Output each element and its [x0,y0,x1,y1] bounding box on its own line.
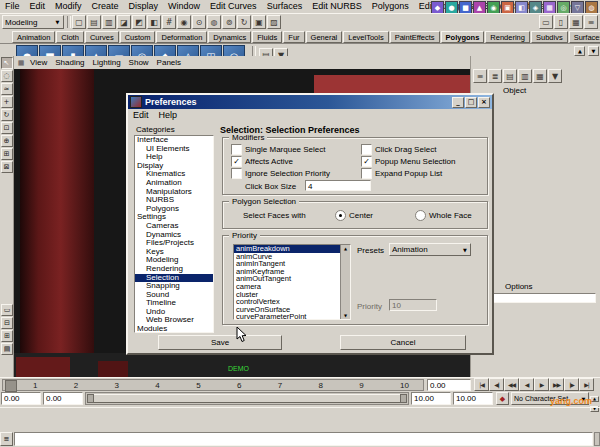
ignore-selection-priority-checkbox[interactable] [231,168,242,179]
layout-single-icon[interactable]: ▭ [1,304,13,316]
layout-two-pane-icon[interactable]: ⊟ [1,317,13,329]
select-hierarchy-icon[interactable]: ◪ [117,15,131,29]
dialog-titlebar[interactable]: Preferences _ □ × [128,95,492,109]
range-start-handle[interactable] [87,394,94,403]
panel-menu-item[interactable]: Show [125,56,153,69]
menu-item[interactable]: Modify [50,0,87,13]
shelf-tab[interactable]: Custom [120,31,156,43]
shelf-tab[interactable]: LevelTools [343,31,388,43]
channels-menu-icon[interactable]: ≡ [473,69,487,83]
shelf-tab[interactable]: Curves [85,31,119,43]
play-backward-button[interactable]: ◀ [519,378,534,391]
playback-end-field[interactable]: 10.00 [411,392,451,405]
shelf-tab[interactable]: Subdivs [531,31,568,43]
save-button[interactable]: Save [158,335,282,350]
layout-outliner-icon[interactable]: ▤ [1,343,13,355]
show-grid-icon[interactable]: ▦ [569,15,583,29]
menu-item[interactable]: Edit NURBS [307,0,367,13]
collapse-panel-icon[interactable]: ▼ [548,69,562,83]
menu-item[interactable]: Display [124,0,164,13]
affects-active-checkbox[interactable] [231,156,242,167]
single-marquee-select-checkbox[interactable] [231,144,242,155]
time-slider-track[interactable]: 12345678910 [2,379,424,391]
presets-dropdown[interactable]: Animation ▼ [389,243,471,256]
command-line-resize-handle[interactable] [594,432,600,446]
menu-item[interactable]: Polygons [367,0,414,13]
shelf-tab[interactable]: Deformation [156,31,207,43]
go-to-start-button[interactable]: |◀ [474,378,489,391]
scroll-up-icon[interactable]: ▲ [344,245,347,252]
select-component-icon[interactable]: ◧ [147,15,161,29]
shelf-tab[interactable]: Dynamics [208,31,251,43]
layers-icon[interactable]: ≣ [488,69,502,83]
input-box-icon[interactable]: ▥ [518,69,532,83]
panel-menu-item[interactable]: Panels [153,56,185,69]
auto-key-icon[interactable]: ◆ [496,392,509,405]
playback-start-field[interactable]: 0.00 [43,392,83,405]
shelf-tab[interactable]: Surfaces [569,31,600,43]
menu-item[interactable]: Edit Curves [205,0,262,13]
categories-list[interactable]: InterfaceUI ElementsHelpDisplayKinematic… [134,135,214,333]
shelf-tab[interactable]: General [306,31,343,43]
panel-menu-item[interactable]: View [26,56,51,69]
grid-list-icon[interactable]: ▦ [533,69,547,83]
command-line-toggle-icon[interactable]: ≡ [0,432,13,446]
range-slider[interactable] [85,392,409,405]
play-forward-button[interactable]: ▶ [534,378,549,391]
menu-item[interactable]: Window [163,0,205,13]
command-line-input[interactable] [14,432,593,446]
dialog-menu-item[interactable]: Help [154,109,183,122]
step-back-key-button[interactable]: ◀| [489,378,504,391]
rotate-tool-icon[interactable]: ↻ [1,109,13,121]
shelf-tab[interactable]: Animation [12,31,55,43]
snap-point-icon[interactable]: ⊙ [192,15,206,29]
menu-item[interactable]: Surfaces [262,0,308,13]
open-scene-icon[interactable]: ▤ [87,15,101,29]
select-object-icon[interactable]: ◩ [132,15,146,29]
shelf-tab[interactable]: Polygons [441,31,485,43]
snap-grid-icon[interactable]: # [162,15,176,29]
last-tool-icon[interactable]: ⊠ [1,161,13,173]
priority-listbox[interactable]: animBreakdownanimCurveanimInTangentanimK… [233,244,351,320]
show-manipulator-icon[interactable]: ⊞ [1,148,13,160]
layout-four-pane-icon[interactable]: ⊞ [1,330,13,342]
panel-menu-icon[interactable]: ▦ [16,58,26,68]
construction-history-icon[interactable]: ↻ [237,15,251,29]
expand-popup-list-checkbox[interactable] [361,168,372,179]
center-radio[interactable] [335,210,346,221]
scale-tool-icon[interactable]: ⊡ [1,122,13,134]
click-box-size-field[interactable]: 4 [305,180,371,191]
step-forward-key-button[interactable]: |▶ [564,378,579,391]
cancel-button[interactable]: Cancel [340,335,466,350]
minimize-icon[interactable]: _ [452,97,464,108]
select-tool-icon[interactable]: ↖ [1,57,13,69]
shelf-tab[interactable]: Cloth [56,31,84,43]
whole-face-radio[interactable] [415,210,426,221]
shelf-scroll-up-icon[interactable]: ▲ [574,46,585,56]
shelf-scroll-down-icon[interactable]: ▼ [588,46,599,56]
move-tool-icon[interactable]: + [1,96,13,108]
ui-toggle-icon[interactable]: ≡ [584,15,598,29]
panel-menu-item[interactable]: Lighting [89,56,125,69]
display-list-icon[interactable]: ▤ [503,69,517,83]
universal-manipulator-icon[interactable]: ⊕ [1,135,13,147]
click-drag-select-checkbox[interactable] [361,144,372,155]
range-end-handle[interactable] [400,394,407,403]
go-to-end-button[interactable]: ▶| [579,378,594,391]
lasso-tool-icon[interactable]: ◌ [1,70,13,82]
shelf-tab[interactable]: PaintEffects [390,31,440,43]
priority-scrollbar[interactable]: ▲ ▼ [340,245,350,319]
close-icon[interactable]: × [478,97,490,108]
snap-view-icon[interactable]: ⊚ [222,15,236,29]
snap-curve-icon[interactable]: ◉ [177,15,191,29]
shelf-tab[interactable]: Rendering [485,31,530,43]
render-icon[interactable]: ▣ [252,15,266,29]
snap-plane-icon[interactable]: ◍ [207,15,221,29]
priority-item[interactable]: curveParameterPoint [234,313,341,320]
menu-item[interactable]: Edit [25,0,51,13]
animation-end-field[interactable]: 10.00 [453,392,493,405]
step-back-frame-button[interactable]: ◀◀ [504,378,519,391]
category-item[interactable]: Modules [135,325,213,333]
menu-item[interactable]: File [0,0,25,13]
scroll-down-icon[interactable]: ▼ [344,312,347,319]
